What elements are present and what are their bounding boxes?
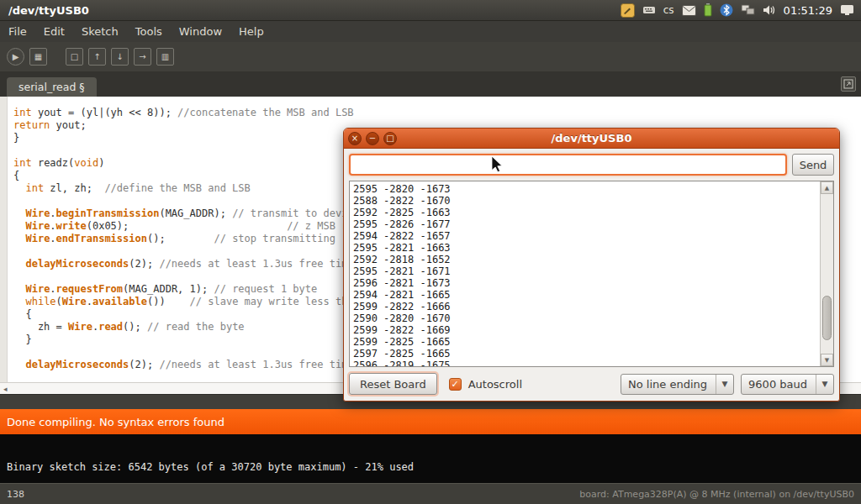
tab-menu-button[interactable] (841, 76, 856, 92)
menubar: FileEditSketchToolsWindowHelp (0, 21, 861, 42)
chevron-down-icon: ▼ (816, 375, 833, 394)
titlebar: /dev/ttyUSB0 cs 01:51: (0, 0, 861, 21)
bluetooth-icon[interactable] (720, 3, 733, 17)
toolbar: ▶▦□↑↓→▥ (0, 42, 861, 72)
serial-scrollbar[interactable]: ▲ ▼ (820, 181, 833, 366)
notes-icon[interactable] (621, 3, 635, 18)
menu-edit[interactable]: Edit (35, 21, 73, 42)
console-text: Binary sketch size: 6542 bytes (of a 307… (0, 434, 861, 473)
serial-send-row: Send (349, 154, 834, 176)
baud-value: 9600 baud (742, 378, 816, 391)
scroll-up-button[interactable]: ▲ (821, 181, 833, 194)
keyboard-layout-indicator[interactable]: cs (663, 4, 674, 16)
session-menu-icon[interactable] (840, 4, 854, 16)
compile-status-text: Done compiling. No syntax errors found (7, 416, 224, 428)
serial-monitor-titlebar[interactable]: × − □ /dev/ttyUSB0 (344, 129, 839, 149)
screen: /dev/ttyUSB0 cs 01:51: (0, 0, 861, 504)
editor-gutter (0, 97, 8, 382)
compile-status-bar: Done compiling. No syntax errors found (0, 409, 861, 434)
serial-output-area[interactable]: 2595 -2820 -1673 2588 -2822 -1670 2592 -… (349, 181, 834, 367)
scroll-down-button[interactable]: ▼ (821, 354, 833, 366)
tabbar: serial_read § (0, 72, 861, 97)
keyboard-icon[interactable] (642, 3, 656, 17)
system-tray: cs 01:51:29 (621, 3, 854, 18)
scrollbar-thumb[interactable] (822, 296, 832, 340)
chevron-down-icon: ▼ (716, 375, 733, 394)
menu-help[interactable]: Help (230, 21, 272, 42)
clock[interactable]: 01:51:29 (784, 4, 832, 17)
serial-monitor-button[interactable]: ▥ (156, 48, 174, 66)
line-number: 138 (7, 489, 24, 500)
volume-icon[interactable] (763, 4, 776, 16)
upload-button[interactable]: → (134, 48, 151, 66)
tab-serial-read[interactable]: serial_read § (7, 77, 97, 97)
autoscroll-checkbox[interactable] (449, 378, 462, 391)
serial-controls-row: Reset Board Autoscroll No line ending ▼ … (349, 372, 834, 396)
send-button[interactable]: Send (792, 154, 834, 176)
mail-icon[interactable] (682, 5, 696, 16)
verify-button[interactable]: ▶ (7, 48, 24, 66)
serial-output-text: 2595 -2820 -1673 2588 -2822 -1670 2592 -… (350, 181, 833, 367)
menu-window[interactable]: Window (171, 21, 230, 42)
network-icon[interactable] (741, 4, 755, 16)
serial-monitor-window: × − □ /dev/ttyUSB0 Send 2595 -2820 -1673… (343, 128, 840, 402)
line-ending-select[interactable]: No line ending ▼ (621, 374, 734, 395)
new-button[interactable]: □ (66, 48, 83, 66)
menu-file[interactable]: File (0, 21, 35, 42)
reset-board-button[interactable]: Reset Board (349, 373, 437, 395)
battery-icon[interactable] (704, 3, 712, 17)
board-info: board: ATmega328P(A) @ 8 MHz (internal) … (579, 489, 854, 500)
autoscroll-label: Autoscroll (468, 378, 522, 391)
open-button[interactable]: ↑ (88, 48, 106, 66)
window-title: /dev/ttyUSB0 (8, 4, 89, 17)
stop-button[interactable]: ▦ (29, 48, 47, 66)
save-button[interactable]: ↓ (111, 48, 129, 66)
menu-tools[interactable]: Tools (127, 21, 171, 42)
serial-monitor-body: Send 2595 -2820 -1673 2588 -2822 -1670 2… (344, 149, 839, 401)
menu-sketch[interactable]: Sketch (73, 21, 127, 42)
serial-input[interactable] (349, 154, 787, 176)
bottom-status-bar: 138 board: ATmega328P(A) @ 8 MHz (intern… (0, 483, 861, 504)
console-output: Binary sketch size: 6542 bytes (of a 307… (0, 434, 861, 483)
serial-monitor-title: /dev/ttyUSB0 (344, 132, 839, 144)
scroll-left-arrow-icon[interactable]: ◂ (3, 385, 8, 393)
line-ending-value: No line ending (621, 378, 716, 391)
baud-select[interactable]: 9600 baud ▼ (741, 374, 834, 395)
